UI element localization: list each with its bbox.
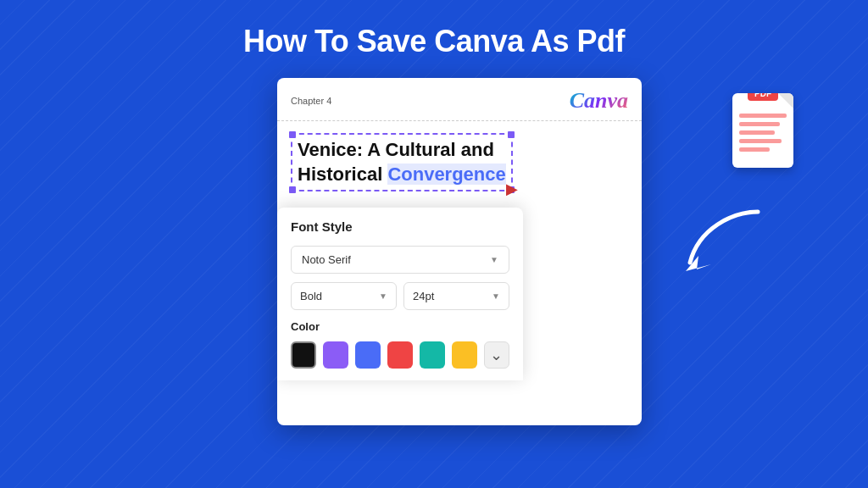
color-section-title: Color: [291, 320, 509, 333]
pdf-icon-container: PDF: [732, 93, 800, 168]
font-weight-dropdown[interactable]: Bold ▼: [291, 282, 397, 310]
font-size-dropdown[interactable]: 24pt ▼: [403, 282, 509, 310]
color-swatch-black[interactable]: [291, 341, 316, 369]
pdf-line-1: [739, 114, 787, 118]
pdf-line-5: [739, 147, 770, 152]
font-name-arrow: ▼: [490, 255, 498, 264]
more-colors-button[interactable]: ⌄: [484, 341, 509, 369]
more-colors-icon: ⌄: [490, 346, 503, 364]
font-size-value: 24pt: [413, 290, 434, 302]
color-swatch-red[interactable]: [387, 341, 413, 369]
cursor-icon: ▶: [506, 180, 518, 198]
heading-highlight: Convergence: [387, 164, 505, 185]
heading-line2: Historical: [298, 164, 387, 185]
font-name-dropdown[interactable]: Noto Serif ▼: [291, 246, 509, 274]
font-name-row: Noto Serif ▼: [291, 246, 509, 274]
pdf-line-2: [739, 122, 780, 126]
document-card: Chapter 4 Canva Venice: A Cultural and H…: [277, 78, 642, 425]
font-size-arrow: ▼: [492, 291, 500, 301]
pdf-badge: PDF: [748, 93, 778, 101]
pdf-line-4: [739, 139, 782, 143]
selected-text-box[interactable]: Venice: A Cultural and Historical Conver…: [291, 133, 513, 191]
pdf-icon: PDF: [732, 93, 800, 168]
heading-line1: Venice: A Cultural and: [298, 139, 494, 160]
font-weight-arrow: ▼: [379, 291, 387, 301]
pdf-document: PDF: [732, 93, 793, 168]
color-swatch-blue[interactable]: [355, 341, 381, 369]
heading-text: Venice: A Cultural and Historical Conver…: [298, 138, 506, 186]
page-title: How To Save Canva As Pdf: [0, 0, 868, 78]
color-swatch-yellow[interactable]: [452, 341, 477, 369]
doc-body: Venice: A Cultural and Historical Conver…: [277, 121, 642, 380]
font-weight-size-row: Bold ▼ 24pt ▼: [291, 282, 509, 310]
canva-logo: Canva: [570, 88, 628, 114]
color-swatch-teal[interactable]: [420, 341, 445, 369]
font-name-value: Noto Serif: [302, 253, 351, 266]
pdf-lines: [732, 93, 793, 158]
color-swatches: ⌄: [291, 341, 509, 369]
doc-header: Chapter 4 Canva: [277, 78, 642, 121]
font-style-panel: Font Style Noto Serif ▼ Bold ▼ 24pt: [277, 208, 523, 380]
font-panel-title: Font Style: [291, 219, 509, 234]
color-swatch-purple[interactable]: [323, 341, 348, 369]
arrow-icon: [682, 195, 783, 280]
font-weight-value: Bold: [300, 290, 322, 302]
chapter-label: Chapter 4: [291, 96, 331, 106]
pdf-line-3: [739, 130, 775, 135]
corner-handle-bl: [289, 186, 296, 193]
